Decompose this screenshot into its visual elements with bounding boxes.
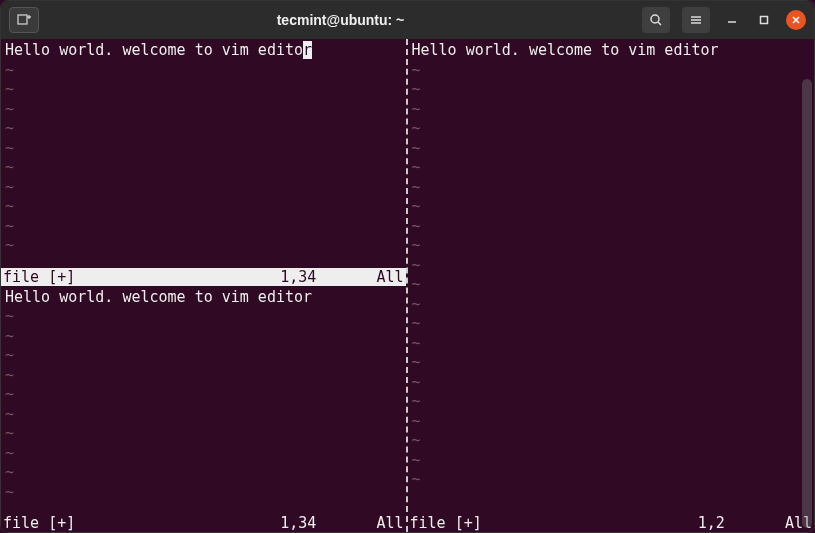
svg-rect-9 (761, 17, 768, 24)
vim-container: Hello world. welcome to vim editor ~ ~ ~… (1, 39, 814, 532)
empty-line-marker: ~ (5, 307, 14, 325)
empty-line-marker: ~ (412, 236, 421, 254)
empty-line-marker: ~ (5, 100, 14, 118)
empty-line-marker: ~ (412, 256, 421, 274)
empty-line-marker: ~ (5, 217, 14, 235)
window-title: tecmint@ubuntu: ~ (39, 12, 642, 28)
status-percent: All (376, 268, 403, 286)
new-tab-button[interactable] (9, 7, 39, 33)
empty-line-marker: ~ (5, 366, 14, 384)
empty-line-marker: ~ (412, 451, 421, 469)
status-position: 1,34 (280, 268, 376, 286)
vim-pane-top-left[interactable]: Hello world. welcome to vim editor ~ ~ ~… (1, 39, 406, 286)
maximize-button[interactable] (754, 10, 774, 30)
empty-line-marker: ~ (5, 119, 14, 137)
search-button[interactable] (642, 7, 670, 33)
minimize-icon (726, 14, 738, 26)
status-filename: file [+] (3, 268, 75, 286)
cursor: r (303, 41, 312, 59)
buffer-text: Hello world. welcome to vim editor (412, 41, 719, 59)
empty-line-marker: ~ (5, 405, 14, 423)
titlebar-left (9, 7, 39, 33)
empty-line-marker: ~ (5, 444, 14, 462)
svg-rect-0 (18, 15, 27, 24)
empty-line-marker: ~ (412, 197, 421, 215)
empty-line-marker: ~ (412, 431, 421, 449)
empty-line-marker: ~ (5, 236, 14, 254)
maximize-icon (758, 14, 770, 26)
pane-content[interactable]: Hello world. welcome to vim editor ~ ~ ~… (408, 39, 815, 514)
search-icon (649, 13, 663, 27)
svg-line-4 (658, 22, 661, 25)
empty-line-marker: ~ (412, 158, 421, 176)
empty-line-marker: ~ (412, 275, 421, 293)
empty-line-marker: ~ (5, 463, 14, 481)
empty-line-marker: ~ (412, 353, 421, 371)
buffer-text: Hello world. welcome to vim editor (5, 288, 312, 306)
empty-line-marker: ~ (412, 314, 421, 332)
new-tab-icon (16, 12, 32, 28)
empty-line-marker: ~ (412, 119, 421, 137)
empty-line-marker: ~ (412, 334, 421, 352)
pane-content[interactable]: Hello world. welcome to vim editor ~ ~ ~… (1, 39, 406, 268)
pane-content[interactable]: Hello world. welcome to vim editor ~ ~ ~… (1, 286, 406, 515)
empty-line-marker: ~ (5, 346, 14, 364)
empty-line-marker: ~ (412, 470, 421, 488)
status-position: 1,34 (280, 514, 376, 532)
close-button[interactable] (786, 10, 806, 30)
status-spacer (75, 268, 280, 286)
status-percent: All (376, 514, 403, 532)
empty-line-marker: ~ (412, 392, 421, 410)
empty-line-marker: ~ (5, 178, 14, 196)
empty-line-marker: ~ (5, 158, 14, 176)
empty-line-marker: ~ (5, 139, 14, 157)
empty-line-marker: ~ (412, 100, 421, 118)
empty-line-marker: ~ (412, 178, 421, 196)
empty-line-marker: ~ (412, 217, 421, 235)
status-filename: file [+] (410, 514, 482, 532)
empty-line-marker: ~ (412, 139, 421, 157)
empty-line-marker: ~ (5, 197, 14, 215)
empty-line-marker: ~ (412, 61, 421, 79)
empty-line-marker: ~ (412, 412, 421, 430)
hamburger-icon (689, 13, 703, 27)
empty-line-marker: ~ (412, 80, 421, 98)
titlebar-right (642, 7, 806, 33)
vim-pane-right[interactable]: Hello world. welcome to vim editor ~ ~ ~… (408, 39, 815, 532)
close-icon (791, 15, 801, 25)
empty-line-marker: ~ (5, 327, 14, 345)
status-line-inactive: file [+] 1,34 All (1, 514, 406, 532)
empty-line-marker: ~ (5, 385, 14, 403)
terminal-scrollbar[interactable] (802, 79, 812, 528)
minimize-button[interactable] (722, 10, 742, 30)
svg-point-3 (651, 15, 659, 23)
terminal-area[interactable]: Hello world. welcome to vim editor ~ ~ ~… (1, 39, 814, 532)
empty-line-marker: ~ (412, 373, 421, 391)
empty-line-marker: ~ (412, 295, 421, 313)
title-bar: tecmint@ubuntu: ~ (1, 1, 814, 39)
status-line-inactive: file [+] 1,2 All (408, 514, 815, 532)
vim-right-column: Hello world. welcome to vim editor ~ ~ ~… (408, 39, 815, 532)
empty-line-marker: ~ (5, 80, 14, 98)
empty-line-marker: ~ (5, 424, 14, 442)
status-spacer (75, 514, 280, 532)
status-position: 1,2 (698, 514, 785, 532)
menu-button[interactable] (682, 7, 710, 33)
buffer-text: Hello world. welcome to vim edito (5, 41, 303, 59)
empty-line-marker: ~ (5, 61, 14, 79)
vim-left-column: Hello world. welcome to vim editor ~ ~ ~… (1, 39, 408, 532)
vim-pane-bottom-left[interactable]: Hello world. welcome to vim editor ~ ~ ~… (1, 286, 406, 533)
status-filename: file [+] (3, 514, 75, 532)
status-spacer (482, 514, 698, 532)
status-line-active: file [+] 1,34 All (1, 268, 406, 286)
empty-line-marker: ~ (5, 483, 14, 501)
